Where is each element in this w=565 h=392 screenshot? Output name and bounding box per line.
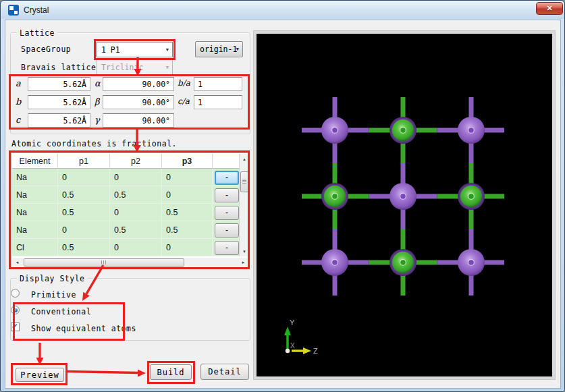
table-row: Na0.500.5 [12,204,239,221]
a-label: a [16,78,21,88]
spacegroup-dropdown[interactable]: 1 P1 ▼ [97,42,173,57]
remove-row-button[interactable]: - [215,188,239,202]
cell-p1[interactable]: 0.5 [58,204,110,221]
cell-p2[interactable]: 0 [110,169,162,186]
spacegroup-value: 1 P1 [101,45,120,55]
origin-dropdown[interactable]: origin-1 ▼ [195,41,243,57]
c-label: c [16,115,20,125]
chevron-down-icon: ▼ [236,47,239,52]
horizontal-scroll-thumb[interactable] [24,258,184,267]
display-style-label: Display Style [17,274,88,283]
cell-element[interactable]: Na [12,169,58,186]
horizontal-scrollbar[interactable]: ◄ ► [12,258,248,267]
cell-p2[interactable]: 0 [110,204,162,221]
remove-row-button[interactable]: - [215,223,239,237]
scroll-up-icon[interactable]: ▲ [240,154,249,164]
conventional-label[interactable]: Conventional [31,307,91,316]
b-over-a-field[interactable]: 1 [194,77,242,91]
close-button[interactable]: ✕ [536,2,563,15]
coordinates-table: Element p1 p2 p3 Na000-Na0.50.50-Na0.500… [11,152,250,269]
cell-p2[interactable]: 0.5 [110,221,162,239]
cell-p3[interactable]: 0 [162,239,213,256]
origin-value: origin-1 [200,45,237,54]
cell-p3[interactable]: 0.5 [162,204,213,221]
app-icon [8,5,19,16]
b-label: b [16,96,21,107]
bravais-label: Bravais lattice [21,63,96,72]
preview-button[interactable]: Preview [16,368,64,382]
col-header-p2[interactable]: p2 [110,154,162,169]
c-over-a-field[interactable]: 1 [194,95,242,109]
x-axis-label: X [290,342,295,349]
alpha-field[interactable]: 90.00° [103,77,174,91]
y-axis-arrow-icon [284,327,291,335]
b-field[interactable]: 5.62Å [28,95,90,109]
table-row: Na0.50.50 [12,186,239,204]
radio-primitive[interactable] [11,289,20,298]
bravais-value: Triclinic [101,63,143,72]
a-field[interactable]: 5.62Å [28,77,90,91]
check-icon: ✓ [11,322,18,331]
gamma-field[interactable]: 90.00° [103,113,174,128]
table-row: Na00.50.5 [12,221,239,239]
spacegroup-label: SpaceGroup [21,45,71,54]
coordinates-caption: Atomic coordinates is fractional. [11,139,177,148]
table-header: Element p1 p2 p3 [12,154,239,169]
cell-p1[interactable]: 0.5 [58,239,110,256]
remove-row-button[interactable]: - [215,241,239,255]
crystal-structure: Y X Z [257,34,552,376]
primitive-label[interactable]: Primitive [31,290,76,300]
cell-p3[interactable]: 0 [162,169,213,186]
cell-p3[interactable]: 0.5 [162,221,213,239]
radio-conventional[interactable] [11,306,20,314]
cell-element[interactable]: Na [12,221,58,239]
beta-label: β [95,96,100,107]
remove-row-button[interactable]: - [215,171,239,185]
z-axis-arrow-icon [303,347,311,354]
show-equivalent-label[interactable]: Show equivalent atoms [31,324,136,333]
window-title: Crystal [24,5,49,15]
build-button[interactable]: Build [150,364,192,380]
axis-gizmo: Y X Z [284,318,318,355]
vertical-scroll-thumb[interactable] [240,171,248,192]
c-over-a-label: c/a [178,96,190,106]
cell-p1[interactable]: 0 [58,169,110,186]
col-header-actions [213,154,239,169]
col-header-element[interactable]: Element [12,154,58,169]
vertical-scrollbar[interactable]: ▲ ▼ [239,154,249,256]
title-bar[interactable]: Crystal ✕ [1,1,564,19]
cell-p2[interactable]: 0.5 [110,186,162,204]
col-header-p3[interactable]: p3 [162,154,213,169]
table-row: Cl0.500 [12,239,239,256]
beta-field[interactable]: 90.00° [103,95,174,109]
b-over-a-label: b/a [178,78,190,88]
scroll-down-icon[interactable]: ▼ [240,246,249,256]
cell-p1[interactable]: 0.5 [58,186,110,204]
z-axis-label: Z [313,347,318,355]
show-equivalent-checkbox[interactable]: ✓ [11,323,20,331]
cell-p2[interactable]: 0 [110,239,162,256]
c-field[interactable]: 5.62Å [28,113,90,128]
chevron-down-icon: ▼ [166,65,169,70]
gamma-label: γ [95,115,100,125]
detail-button[interactable]: Detail [200,364,249,380]
bravais-dropdown[interactable]: Triclinic ▼ [97,59,173,75]
crystal-dialog: Crystal ✕ Lattice SpaceGroup 1 P1 ▼ orig… [0,0,565,392]
cell-p3[interactable]: 0 [162,186,213,204]
cell-p1[interactable]: 0 [58,221,110,239]
lattice-group-label: Lattice [17,28,57,38]
y-axis-label: Y [290,318,295,327]
alpha-label: α [95,78,101,88]
col-header-p1[interactable]: p1 [58,154,110,169]
scroll-right-icon[interactable]: ► [238,258,248,267]
remove-row-button[interactable]: - [215,206,239,220]
cell-element[interactable]: Cl [12,239,58,256]
cell-element[interactable]: Na [12,186,58,204]
cell-element[interactable]: Na [12,204,58,221]
chevron-down-icon: ▼ [166,47,169,53]
structure-viewport[interactable]: Y X Z [257,34,552,376]
scroll-left-icon[interactable]: ◄ [12,258,22,267]
table-row: Na000 [12,169,239,186]
